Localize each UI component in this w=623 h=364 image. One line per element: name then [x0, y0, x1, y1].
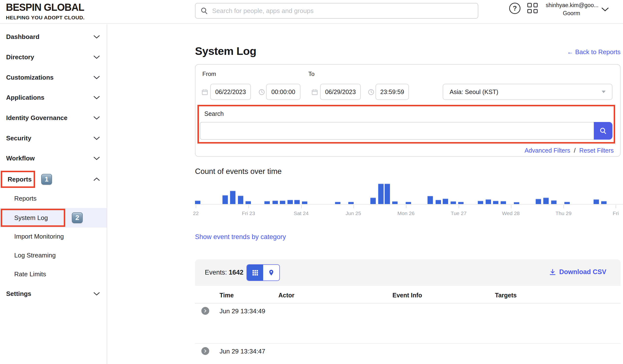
event-trends-link[interactable]: Show event trends by category: [195, 233, 286, 241]
clock-icon: [258, 89, 265, 96]
download-csv-link[interactable]: Download CSV: [549, 268, 606, 276]
chart-bar: [280, 201, 285, 204]
chevron-down-icon: [93, 74, 100, 81]
events-count: Events: 1642: [205, 269, 244, 276]
sidebar-subitem-import-monitoring[interactable]: Import Monitoring: [0, 228, 107, 245]
chart-bar: [486, 199, 491, 204]
main-content: System Log ← Back to Reports From To Asi…: [195, 24, 623, 364]
sidebar-item-security[interactable]: Security: [0, 130, 107, 146]
column-header-time: Time: [220, 292, 234, 299]
chart-bar: [195, 201, 200, 204]
to-date-input[interactable]: [320, 84, 361, 100]
chart-bar: [265, 201, 270, 204]
sidebar-item-applications[interactable]: Applications: [0, 89, 107, 106]
chart-bar: [245, 201, 251, 204]
sidebar-item-label: Identity Governance: [6, 114, 67, 122]
axis-tick: [354, 205, 354, 208]
from-time-input[interactable]: [266, 84, 300, 100]
chart-bar: [406, 202, 411, 204]
annotation-badge-1: 1: [41, 174, 52, 185]
sidebar-item-directory[interactable]: Directory: [0, 49, 107, 65]
chart-bar: [436, 200, 441, 204]
sidebar-subitem-system-log[interactable]: System Log 2: [0, 208, 107, 227]
to-time-input[interactable]: [376, 84, 409, 100]
sidebar-item-label: Customizations: [6, 74, 54, 81]
map-view-button[interactable]: [263, 265, 279, 281]
chart-bar: [392, 201, 398, 204]
log-search-input[interactable]: [200, 122, 594, 140]
page-title: System Log: [195, 45, 256, 58]
help-glyph: ?: [513, 5, 517, 12]
chevron-right-icon: [203, 349, 207, 353]
search-icon: [599, 127, 607, 135]
chart-bar: [501, 201, 506, 204]
chart-bar: [451, 201, 456, 204]
sidebar-item-label: Workflow: [6, 155, 35, 162]
sidebar-item-label: Dashboard: [6, 33, 40, 41]
sidebar-subitem-log-streaming[interactable]: Log Streaming: [0, 247, 107, 263]
sidebar-item-identity-governance[interactable]: Identity Governance: [0, 109, 107, 126]
grid-view-button[interactable]: [247, 265, 263, 281]
chart-bar: [348, 202, 354, 204]
log-search-button[interactable]: [594, 122, 612, 140]
back-to-reports-link[interactable]: ← Back to Reports: [567, 48, 621, 56]
column-header-event-info: Event Info: [392, 292, 422, 299]
chart-bar: [536, 199, 541, 204]
sidebar-subitem-rate-limits[interactable]: Rate Limits: [0, 266, 107, 283]
sidebar-item-label: Log Streaming: [14, 252, 56, 259]
chevron-down-icon: [93, 53, 100, 61]
chevron-up-icon: [93, 176, 100, 183]
sidebar-item-label: Directory: [6, 53, 34, 61]
apps-grid-icon[interactable]: [527, 3, 538, 13]
select-arrow-icon: [602, 91, 606, 93]
sidebar-item-label: Applications: [6, 94, 44, 101]
annotation-box-reports: Reports: [1, 171, 35, 188]
global-search[interactable]: [195, 3, 478, 19]
sidebar-item-label: Settings: [6, 290, 31, 298]
sidebar-item-reports[interactable]: Reports 1: [0, 169, 107, 190]
chart-bar: [272, 201, 278, 204]
chart-bar: [493, 201, 498, 204]
chart-bar: [601, 201, 607, 204]
sidebar-item-dashboard[interactable]: Dashboard: [0, 28, 107, 45]
chart-bar: [288, 200, 293, 204]
sidebar-item-label: Reports: [8, 176, 32, 183]
help-icon[interactable]: ?: [509, 3, 520, 14]
row-expand-button[interactable]: [201, 347, 209, 355]
sidebar-subitem-reports[interactable]: Reports: [0, 190, 107, 207]
table-row: Jun 29 13:34:49: [195, 304, 621, 344]
column-header-actor: Actor: [278, 292, 294, 299]
timezone-select[interactable]: Asia: Seoul (KST): [443, 84, 612, 100]
chart-bar: [514, 202, 519, 204]
sidebar-item-label: Reports: [14, 195, 37, 202]
to-label: To: [308, 71, 314, 77]
sidebar-item-customizations[interactable]: Customizations: [0, 69, 107, 86]
advanced-filters-link[interactable]: Advanced Filters: [525, 147, 570, 154]
global-search-input[interactable]: [212, 7, 473, 15]
chart-bar: [427, 196, 433, 204]
search-label: Search: [204, 110, 224, 117]
chart-bar: [385, 184, 390, 204]
chevron-down-icon: [93, 114, 100, 122]
chart-bar: [594, 199, 599, 204]
user-menu-chevron-down-icon[interactable]: [601, 7, 609, 13]
timezone-value: Asia: Seoul (KST): [450, 88, 498, 96]
row-expand-button[interactable]: [201, 307, 209, 315]
from-date-input[interactable]: [210, 84, 251, 100]
axis-tick-label: Fri: [613, 210, 619, 216]
location-pin-icon: [268, 269, 275, 276]
chart-bar: [294, 200, 300, 204]
axis-tick-label: Wed 28: [502, 210, 520, 216]
axis-tick: [196, 205, 196, 208]
user-org: Goorm: [546, 10, 597, 17]
chart-bar: [564, 202, 570, 204]
axis-tick-label: Mon 26: [397, 210, 415, 216]
reset-filters-link[interactable]: Reset Filters: [579, 147, 614, 154]
chart-bar: [443, 199, 448, 204]
sidebar-item-workflow[interactable]: Workflow: [0, 150, 107, 167]
sidebar-nav: Dashboard Directory Customizations Appli…: [0, 24, 107, 364]
user-menu[interactable]: shinhyae.kim@goo... Goorm: [546, 2, 597, 17]
sidebar-item-settings[interactable]: Settings: [0, 285, 107, 302]
events-count-label: Events:: [205, 269, 227, 276]
filter-links: Advanced Filters / Reset Filters: [525, 147, 614, 154]
